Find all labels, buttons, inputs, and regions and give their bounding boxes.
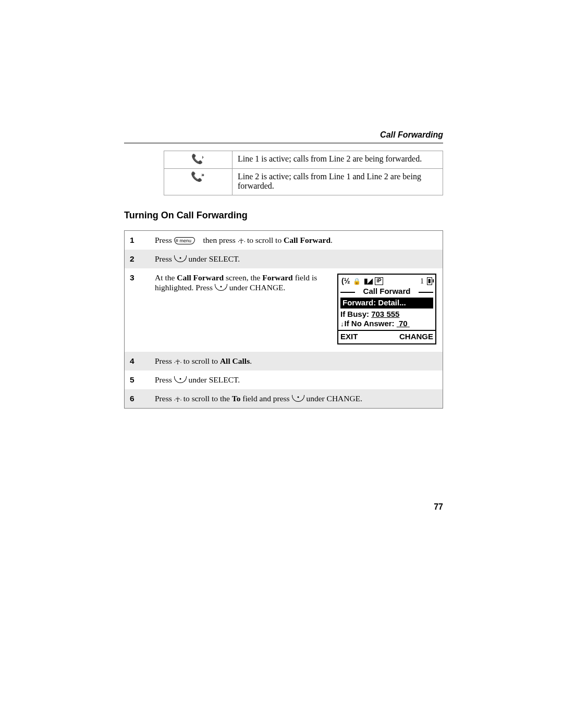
section-heading: Turning On Call Forwarding: [124, 210, 443, 221]
icon-desc: Line 2 is active; calls from Line 1 and …: [232, 169, 443, 195]
step-text: Press menu then press ·☥· to scroll to C…: [150, 231, 443, 250]
icon-desc: Line 1 is active; calls from Line 2 are …: [232, 151, 443, 169]
softkey-icon: [174, 255, 187, 262]
steps-table: 1 Press menu then press ·☥· to scroll to…: [124, 230, 443, 409]
step-text: Press ·☥· to scroll to All Calls.: [150, 352, 443, 371]
lock-icon: [353, 277, 361, 286]
scroll-key-icon: ·☥·: [174, 396, 181, 404]
softkey-icon: [215, 284, 227, 291]
step-number: 1: [125, 231, 150, 250]
softkey-right-label: CHANGE: [399, 332, 433, 342]
screen-highlight-row: Forward: Detail...: [340, 298, 433, 309]
screen-row: If Busy: 703 555: [338, 310, 435, 319]
phone-status-icon: (½: [341, 277, 350, 286]
battery-icon: [427, 277, 432, 285]
screen-title: Call Forward: [338, 287, 435, 297]
down-arrow-icon: [340, 319, 345, 328]
step-text: Press under SELECT.: [150, 250, 443, 268]
signal-icon: [364, 277, 372, 286]
screen-row: If No Answer: 70: [338, 319, 435, 329]
handset-screen: (½ iP 1 Call Forward Forward: Detail... …: [337, 274, 436, 344]
softkey-left-label: EXIT: [340, 332, 358, 342]
step-number: 4: [125, 352, 150, 371]
step-text: Press ·☥· to scroll to the To field and …: [150, 389, 443, 409]
phone-fwd-line1-icon: 📞›: [191, 154, 204, 164]
softkey-icon: [292, 395, 304, 402]
step-number: 6: [125, 389, 150, 409]
line-indicator: 1: [420, 277, 424, 286]
menu-key-icon: menu: [174, 237, 195, 244]
ip-badge: iP: [375, 277, 383, 285]
step-number: 3: [125, 268, 150, 352]
scroll-key-icon: ·☥·: [174, 358, 181, 366]
running-head: Call Forwarding: [124, 130, 443, 140]
step-number: 2: [125, 250, 150, 268]
step-text: Press under SELECT.: [150, 371, 443, 389]
softkey-icon: [174, 376, 187, 383]
phone-fwd-line2-icon: 📞»: [191, 172, 205, 181]
forwarding-icon-table: 📞› Line 1 is active; calls from Line 2 a…: [164, 151, 443, 195]
header-rule: [124, 143, 443, 143]
scroll-key-icon: ·☥·: [238, 237, 245, 245]
step-number: 5: [125, 371, 150, 389]
step-text: (½ iP 1 Call Forward Forward: Detail... …: [150, 268, 443, 352]
page-number: 77: [434, 502, 443, 512]
